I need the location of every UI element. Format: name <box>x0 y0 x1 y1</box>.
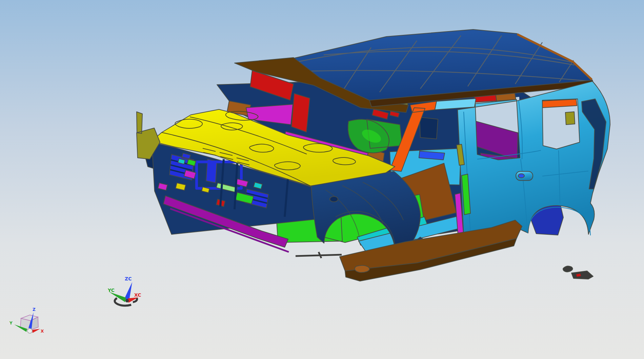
door-handle[interactable] <box>516 171 533 181</box>
wcs-z-label: ZC <box>125 276 132 281</box>
wcs-x-label: XC <box>134 292 141 298</box>
view-x-label: X <box>41 329 44 334</box>
cad-viewport[interactable]: ZC YC XC Z Y X <box>0 0 644 359</box>
rocker-copper-cap <box>355 265 369 272</box>
wcs-y-label: YC <box>107 288 115 293</box>
view-origin-ball[interactable] <box>27 329 32 333</box>
view-y-label: Y <box>9 321 13 325</box>
view-z-label: Z <box>33 307 36 312</box>
fender-hole <box>330 196 338 202</box>
model-canvas[interactable]: ZC YC XC Z Y X <box>0 0 644 359</box>
wcs-origin-ball[interactable] <box>125 299 129 302</box>
